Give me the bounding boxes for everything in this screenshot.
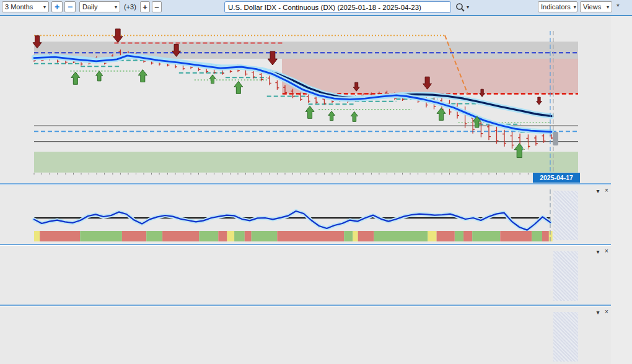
range-value: 3 Months	[5, 3, 33, 11]
symbol-title-input[interactable]	[224, 1, 451, 13]
top-toolbar: 3 Months ▾ + − Daily ▾ (+3) + − ▾ Indica…	[0, 0, 632, 16]
cursor-pointer-icon: ☝	[522, 141, 529, 153]
range-zoom-in-button[interactable]: +	[51, 1, 63, 12]
chevron-down-icon: ▾	[574, 4, 576, 10]
modified-indicator: *	[617, 2, 620, 11]
search-dropdown-caret[interactable]: ▾	[467, 1, 469, 12]
interval-value: Daily	[82, 3, 97, 11]
range-zoom-out-button[interactable]: −	[64, 1, 76, 12]
main-chart-legend	[1, 18, 577, 27]
chevron-down-icon: ▾	[43, 4, 46, 10]
trading-app-window: 3 Months ▾ + − Daily ▾ (+3) + − ▾ Indica…	[0, 0, 632, 364]
interval-select[interactable]: Daily ▾	[79, 1, 120, 12]
chevron-down-icon: ▾	[115, 4, 117, 10]
chevron-down-icon: ▾	[607, 4, 609, 10]
current-date-badge: 2025-04-17	[533, 173, 580, 183]
offset-label: (+3)	[124, 1, 136, 12]
date-axis[interactable]	[0, 172, 595, 183]
bars-add-button[interactable]: +	[140, 1, 150, 12]
views-menu-button[interactable]: Views ▾	[580, 1, 612, 12]
search-icon[interactable]	[455, 2, 465, 14]
bars-remove-button[interactable]: −	[152, 1, 162, 12]
indicators-menu-button[interactable]: Indicators ▾	[538, 1, 577, 12]
range-select[interactable]: 3 Months ▾	[2, 1, 49, 12]
